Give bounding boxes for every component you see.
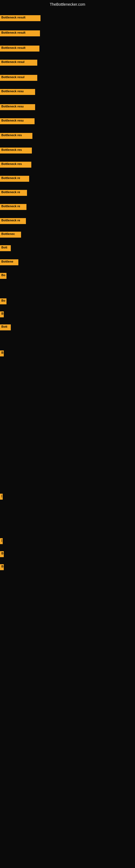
bottleneck-badge: Bottleneck re bbox=[0, 190, 27, 196]
bottleneck-badge: Bottleneck res bbox=[0, 148, 32, 154]
bottleneck-badge: Bottleneck result bbox=[0, 30, 40, 36]
bottleneck-badge: Bottleneck result bbox=[0, 45, 39, 52]
bottleneck-badge: Bottleneck result bbox=[0, 15, 41, 21]
bottleneck-badge: Bo bbox=[0, 299, 6, 304]
bottleneck-badge: | bbox=[0, 538, 3, 544]
bottleneck-badge: Bottleneck resul bbox=[0, 75, 37, 81]
bottleneck-badge: Bottleneck resu bbox=[0, 89, 35, 95]
bottleneck-badge: Bottleneck res bbox=[0, 133, 32, 139]
bottleneck-badge: B bbox=[0, 551, 4, 557]
site-title: TheBottlenecker.com bbox=[0, 2, 135, 6]
bottleneck-badge: Bott bbox=[0, 245, 11, 251]
bottleneck-badge: Bottleneck re bbox=[0, 204, 27, 210]
bottleneck-badge: Bo bbox=[0, 273, 6, 279]
bottleneck-badge: B bbox=[0, 350, 4, 356]
bottleneck-badge: Bottlene bbox=[0, 259, 18, 265]
bottleneck-badge: Bottleneck resul bbox=[0, 60, 37, 66]
bottleneck-badge: Bottlenec bbox=[0, 231, 21, 238]
bottleneck-badge: Bottleneck resu bbox=[0, 118, 35, 124]
bottleneck-badge: | bbox=[0, 494, 3, 500]
bottleneck-badge: Bottleneck res bbox=[0, 162, 31, 167]
bottleneck-badge: Bott bbox=[0, 324, 11, 330]
bottleneck-badge: Bottleneck re bbox=[0, 218, 26, 224]
bottleneck-badge: Bottleneck resu bbox=[0, 104, 35, 110]
bottleneck-badge: B bbox=[0, 564, 4, 570]
bottleneck-badge: B bbox=[0, 311, 4, 317]
bottleneck-badge: Bottleneck re bbox=[0, 176, 29, 182]
